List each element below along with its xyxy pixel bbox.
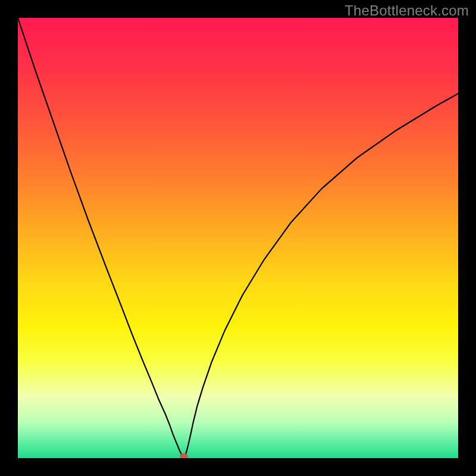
watermark-label: TheBottleneck.com <box>345 2 469 19</box>
bottleneck-curve <box>18 18 458 458</box>
plot-area <box>18 18 458 458</box>
chart-frame: TheBottleneck.com <box>0 0 476 476</box>
optimal-point-marker <box>180 453 188 458</box>
